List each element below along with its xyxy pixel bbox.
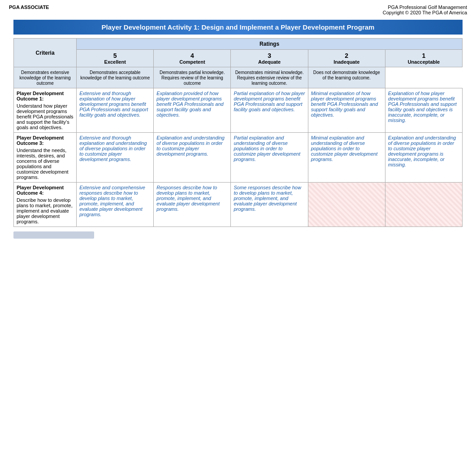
page-title: Player Development Activity 1: Design an… <box>13 20 463 35</box>
org-label: PGA ASSOCIATE <box>9 4 49 10</box>
score-cell-row1-col5: Explanation and understanding of diverse… <box>385 133 462 183</box>
score-cell-row2-col2: Responses describe how to develop plans … <box>154 183 231 227</box>
top-bar: PGA ASSOCIATE PGA Professional Golf Mana… <box>0 0 476 20</box>
criteria-header: Criteria <box>14 39 77 67</box>
score-cell-row0-col5: Explanation of how player development pr… <box>385 88 462 133</box>
rubric-table: Criteria Ratings 5Excellent4Competent3Ad… <box>13 38 463 227</box>
score-cell-row2-col3: Some responses describe how to develop p… <box>231 183 308 227</box>
table-row: Player Development Outcome 1:Understand … <box>14 88 463 133</box>
copyright: Copyright © 2020 The PGA of America <box>383 10 467 15</box>
score-cell-row2-col1: Extensive and comprehensive responses de… <box>77 183 154 227</box>
score-cell-row2-col5 <box>385 183 462 227</box>
score-cell-row2-col4 <box>308 183 385 227</box>
score-col-4: 4Competent <box>154 50 231 67</box>
ratings-header: Ratings <box>77 39 463 50</box>
top-right-info: PGA Professional Golf Management Copyrig… <box>383 4 467 15</box>
score-cell-row1-col1: Extensive and thorough explanation and u… <box>77 133 154 183</box>
score-col-5: 5Excellent <box>77 50 154 67</box>
score-desc-1: Does not demonstrate knowledge of the le… <box>308 67 385 88</box>
table-row: Player Development Outcome 4:Describe ho… <box>14 183 463 227</box>
score-cell-row0-col3: Partial explanation of how player develo… <box>231 88 308 133</box>
org-title: PGA Professional Golf Management <box>383 4 467 10</box>
score-cell-row0-col2: Explanation provided of how player devel… <box>154 88 231 133</box>
criteria-cell-2: Player Development Outcome 4:Describe ho… <box>14 183 77 227</box>
criteria-cell-0: Player Development Outcome 1:Understand … <box>14 88 77 133</box>
score-cell-row1-col2: Explanation and understanding of diverse… <box>154 133 231 183</box>
table-wrapper: Criteria Ratings 5Excellent4Competent3Ad… <box>13 38 463 227</box>
score-col-3: 3Adequate <box>231 50 308 67</box>
score-cell-row0-col4: Minimal explanation of how player develo… <box>308 88 385 133</box>
score-cell-row1-col3: Partial explanation and understanding of… <box>231 133 308 183</box>
score-col-1: 1Unacceptable <box>385 50 462 67</box>
score-cell-row0-col1: Extensive and thorough explanation of ho… <box>77 88 154 133</box>
criteria-cell-1: Player Development Outcome 3:Understand … <box>14 133 77 183</box>
table-row: Player Development Outcome 3:Understand … <box>14 133 463 183</box>
score-desc-4: Demonstrates acceptable knowledge of the… <box>77 67 154 88</box>
score-desc-5: Demonstrates extensive knowledge of the … <box>14 67 77 88</box>
footer-bar <box>13 231 94 239</box>
score-col-2: 2Inadequate <box>308 50 385 67</box>
score-desc-2: Demonstrates minimal knowledge. Requires… <box>231 67 308 88</box>
score-cell-row1-col4: Minimal explanation and understanding of… <box>308 133 385 183</box>
score-desc-3: Demonstrates partial knowledge. Requires… <box>154 67 231 88</box>
